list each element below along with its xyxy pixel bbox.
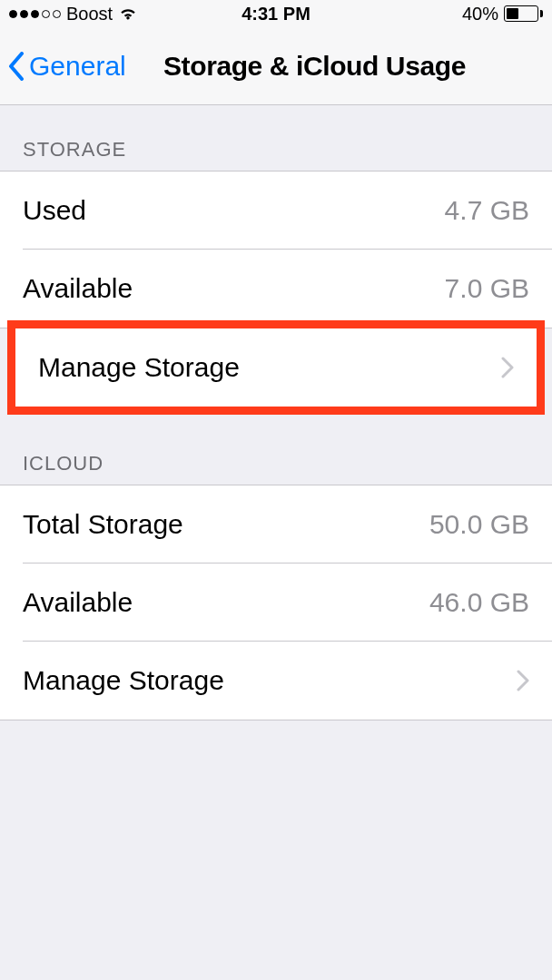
cell-value: 4.7 GB [445,195,529,226]
nav-bar: General Storage & iCloud Usage [0,27,552,105]
status-bar: Boost 4:31 PM 40% [0,0,552,27]
highlight-annotation: Manage Storage [7,320,545,415]
icloud-total-row: Total Storage 50.0 GB [0,485,552,564]
battery-percent: 40% [462,4,498,24]
cell-value: 50.0 GB [429,509,529,540]
chevron-right-icon [517,670,529,691]
wifi-icon [118,6,138,21]
cell-value: 7.0 GB [445,273,529,304]
back-label: General [29,51,126,82]
cell-label: Total Storage [23,509,183,540]
status-right: 40% [462,4,543,24]
chevron-right-icon [501,357,514,378]
page-title: Storage & iCloud Usage [163,51,466,82]
signal-dots-icon [9,10,61,18]
cell-label: Manage Storage [23,665,224,696]
icloud-group: Total Storage 50.0 GB Available 46.0 GB … [0,485,552,720]
cell-label: Available [23,273,133,304]
cell-label: Available [23,587,133,618]
section-header-storage: STORAGE [0,105,552,171]
cell-value: 46.0 GB [429,587,529,618]
carrier-label: Boost [66,4,113,24]
status-left: Boost [9,4,138,24]
storage-used-row: Used 4.7 GB [0,172,552,250]
battery-icon [504,5,543,22]
cell-label: Used [23,195,86,226]
chevron-left-icon [7,52,25,81]
back-button[interactable]: General [7,51,126,82]
manage-icloud-storage-button[interactable]: Manage Storage [0,642,552,720]
section-header-icloud: ICLOUD [0,407,552,485]
time-label: 4:31 PM [242,4,310,24]
icloud-available-row: Available 46.0 GB [0,564,552,642]
cell-label: Manage Storage [38,352,240,383]
manage-storage-button[interactable]: Manage Storage [15,328,537,407]
storage-group: Used 4.7 GB Available 7.0 GB [0,171,552,328]
storage-available-row: Available 7.0 GB [0,250,552,328]
